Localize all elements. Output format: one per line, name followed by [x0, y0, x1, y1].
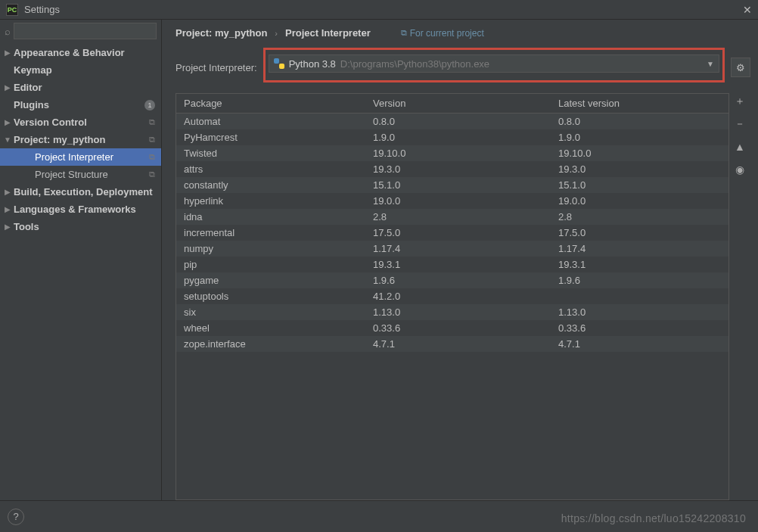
sidebar-item-editor[interactable]: ▶Editor — [0, 79, 161, 96]
add-package-button[interactable]: ＋ — [732, 93, 748, 110]
table-row[interactable]: idna2.82.8 — [176, 209, 728, 225]
package-latest: 2.8 — [551, 211, 728, 222]
sidebar-item-project-my-python[interactable]: ▼Project: my_python⧉ — [0, 131, 161, 148]
package-latest: 0.33.6 — [551, 322, 728, 334]
sidebar-item-tools[interactable]: ▶Tools — [0, 218, 161, 235]
table-row[interactable]: constantly15.1.015.1.0 — [176, 177, 728, 193]
remove-package-button[interactable]: － — [732, 116, 748, 132]
interpreter-settings-button[interactable]: ⚙ — [731, 58, 750, 77]
packages-actions: ＋ － ▲ ◉ — [729, 93, 750, 500]
titlebar: PC Settings ✕ — [0, 0, 758, 20]
python-icon — [274, 58, 284, 69]
interpreter-row: Project Interpreter: Python 3.8 D:\progr… — [176, 52, 750, 82]
table-row[interactable]: Twisted19.10.019.10.0 — [176, 145, 728, 161]
package-latest: 17.5.0 — [551, 227, 728, 238]
expand-arrow-icon: ▼ — [3, 135, 12, 144]
close-icon[interactable]: ✕ — [743, 4, 752, 16]
package-name: six — [176, 306, 365, 318]
sidebar-item-label: Version Control — [14, 117, 149, 128]
minus-icon: － — [735, 117, 745, 131]
packages-table: Package Version Latest version Automat0.… — [176, 93, 729, 500]
project-scope-icon: ⧉ — [149, 152, 155, 162]
package-latest: 19.0.0 — [551, 195, 728, 207]
package-name: incremental — [176, 227, 365, 238]
sidebar-item-project-interpreter[interactable]: Project Interpreter⧉ — [0, 148, 161, 166]
header-package[interactable]: Package — [176, 98, 365, 109]
table-row[interactable]: pip19.3.119.3.1 — [176, 257, 728, 272]
packages-body: Automat0.8.00.8.0PyHamcrest1.9.01.9.0Twi… — [176, 114, 728, 499]
table-row[interactable]: PyHamcrest1.9.01.9.0 — [176, 129, 728, 145]
show-early-release-button[interactable]: ◉ — [732, 161, 748, 178]
project-scope-icon: ⧉ — [149, 117, 155, 127]
sidebar-item-appearance-behavior[interactable]: ▶Appearance & Behavior — [0, 44, 161, 61]
package-version: 0.33.6 — [365, 322, 551, 334]
sidebar-item-project-structure[interactable]: Project Structure⧉ — [0, 166, 161, 183]
package-version: 1.13.0 — [365, 306, 551, 318]
table-row[interactable]: numpy1.17.41.17.4 — [176, 241, 728, 257]
interpreter-dropdown[interactable]: Python 3.8 D:\programs\Python38\python.e… — [269, 54, 719, 73]
question-icon: ? — [13, 511, 18, 522]
expand-arrow-icon: ▶ — [3, 83, 12, 92]
sidebar-item-plugins[interactable]: Plugins1 — [0, 96, 161, 114]
for-current-project-text: For current project — [410, 28, 484, 39]
sidebar-item-build-execution-deployment[interactable]: ▶Build, Execution, Deployment — [0, 183, 161, 201]
eye-icon: ◉ — [735, 163, 744, 176]
package-version: 4.7.1 — [365, 338, 551, 350]
table-row[interactable]: six1.13.01.13.0 — [176, 304, 728, 320]
package-name: pygame — [176, 275, 365, 286]
table-row[interactable]: setuptools41.2.0 — [176, 288, 728, 304]
table-row[interactable]: pygame1.9.61.9.6 — [176, 272, 728, 288]
package-name: constantly — [176, 179, 365, 191]
sidebar-item-version-control[interactable]: ▶Version Control⧉ — [0, 114, 161, 131]
sidebar-item-label: Keymap — [14, 64, 157, 76]
packages-header: Package Version Latest version — [176, 94, 728, 114]
expand-arrow-icon: ▶ — [3, 222, 12, 231]
package-latest: 1.9.6 — [551, 275, 728, 286]
sidebar-item-languages-frameworks[interactable]: ▶Languages & Frameworks — [0, 201, 161, 218]
package-version: 19.3.1 — [365, 259, 551, 270]
package-version: 2.8 — [365, 211, 551, 222]
interpreter-name: Python 3.8 — [289, 58, 336, 70]
search-input[interactable] — [14, 23, 157, 39]
package-name: setuptools — [176, 291, 365, 302]
package-name: pip — [176, 259, 365, 270]
interpreter-path: D:\programs\Python38\python.exe — [340, 58, 489, 70]
package-latest: 15.1.0 — [551, 179, 728, 191]
package-version: 0.8.0 — [365, 116, 551, 127]
package-version: 41.2.0 — [365, 291, 551, 302]
package-name: hyperlink — [176, 195, 365, 207]
interpreter-highlight-box: Python 3.8 D:\programs\Python38\python.e… — [263, 48, 725, 82]
table-row[interactable]: incremental17.5.017.5.0 — [176, 225, 728, 241]
window-title: Settings — [24, 4, 60, 15]
table-row[interactable]: hyperlink19.0.019.0.0 — [176, 193, 728, 209]
table-row[interactable]: attrs19.3.019.3.0 — [176, 161, 728, 177]
package-version: 17.5.0 — [365, 227, 551, 238]
package-version: 19.0.0 — [365, 195, 551, 207]
upgrade-package-button[interactable]: ▲ — [732, 138, 748, 155]
help-button[interactable]: ? — [8, 509, 24, 525]
update-badge: 1 — [144, 100, 155, 110]
sidebar-item-label: Plugins — [14, 99, 144, 110]
package-latest: 1.13.0 — [551, 306, 728, 318]
sidebar-item-label: Project Interpreter — [35, 151, 149, 163]
breadcrumb: Project: my_python › Project Interpreter… — [176, 27, 750, 39]
expand-arrow-icon: ▶ — [3, 205, 12, 213]
header-latest[interactable]: Latest version — [551, 98, 728, 109]
package-latest: 19.3.0 — [551, 163, 728, 175]
package-version: 1.9.0 — [365, 132, 551, 143]
table-row[interactable]: zope.interface4.7.14.7.1 — [176, 336, 728, 352]
interpreter-label: Project Interpreter: — [176, 62, 257, 73]
sidebar-item-keymap[interactable]: Keymap — [0, 61, 161, 79]
package-name: attrs — [176, 163, 365, 175]
watermark-text: https://blog.csdn.net/luo15242208310 — [561, 512, 746, 524]
table-row[interactable]: Automat0.8.00.8.0 — [176, 114, 728, 129]
sidebar: ⌕ ▶Appearance & BehaviorKeymap▶EditorPlu… — [0, 20, 162, 500]
package-version: 19.3.0 — [365, 163, 551, 175]
triangle-up-icon: ▲ — [735, 141, 745, 153]
table-row[interactable]: wheel0.33.60.33.6 — [176, 320, 728, 336]
main-panel: Project: my_python › Project Interpreter… — [162, 20, 758, 500]
package-latest: 1.9.0 — [551, 132, 728, 143]
package-version: 15.1.0 — [365, 179, 551, 191]
package-version: 19.10.0 — [365, 148, 551, 159]
header-version[interactable]: Version — [365, 98, 551, 109]
